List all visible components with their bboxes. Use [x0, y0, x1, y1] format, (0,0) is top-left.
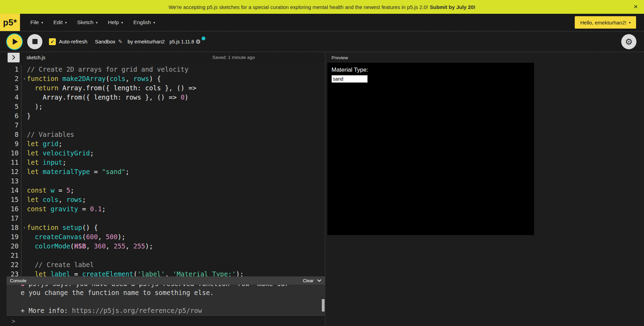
line-gutter: 12: [7, 167, 21, 176]
tab-sketch-js[interactable]: sketch.js: [27, 55, 45, 60]
editor-tab-row: sketch.js Saved: 1 minute ago: [7, 52, 325, 63]
code-line[interactable]: 5 );: [7, 102, 325, 111]
check-icon: ✓: [50, 39, 54, 44]
banner-cta-link[interactable]: Submit by July 20!: [430, 4, 476, 10]
caret-down-icon: ▾: [153, 21, 155, 24]
code-line[interactable]: 1// Create 2D arrays for grid and veloci…: [7, 65, 325, 74]
material-type-input[interactable]: [331, 75, 368, 83]
auto-refresh-checkbox[interactable]: ✓: [49, 38, 56, 45]
line-gutter: 17: [7, 214, 21, 223]
console-lines: ✿ p5.js says: you have used a p5.js rese…: [21, 285, 325, 315]
code-line[interactable]: 16const gravity = 0.1;: [7, 204, 325, 214]
console-collapse-button[interactable]: [317, 279, 321, 282]
fold-caret-icon[interactable]: ▾: [23, 74, 25, 83]
prompt-chevron-icon: >: [12, 318, 15, 325]
console-line: ✿ p5.js says: you have used a p5.js rese…: [21, 285, 325, 288]
project-name: Sandbox: [95, 39, 115, 44]
caret-down-icon: ▾: [96, 21, 98, 24]
console-prompt-row[interactable]: >: [7, 315, 325, 326]
line-gutter: 1: [7, 65, 21, 74]
code-line[interactable]: 15let cols, rows;: [7, 195, 325, 204]
console-clear-button[interactable]: Clear: [303, 278, 314, 283]
code-editor[interactable]: 1// Create 2D arrays for grid and veloci…: [7, 63, 325, 276]
saved-status: Saved: 1 minute ago: [212, 55, 255, 60]
line-gutter: 10: [7, 149, 21, 158]
line-gutter: 23: [7, 269, 21, 276]
p5-logo[interactable]: p5*: [0, 14, 20, 31]
close-icon[interactable]: ×: [634, 3, 638, 10]
code-line[interactable]: 6}: [7, 111, 325, 121]
code-line[interactable]: 17: [7, 214, 325, 223]
line-gutter: 22: [7, 260, 21, 269]
notification-dot: [202, 37, 205, 40]
line-gutter: 15: [7, 195, 21, 204]
code-line[interactable]: 3 return Array.from({ length: cols }, ()…: [7, 83, 325, 93]
code-line[interactable]: 9let grid;: [7, 139, 325, 149]
line-gutter: 6: [7, 111, 21, 121]
chevron-right-icon: [12, 55, 16, 60]
code-line[interactable]: 22 // Create label: [7, 260, 325, 269]
line-gutter: 2▾: [7, 74, 21, 83]
caret-down-icon: ▾: [121, 21, 123, 24]
line-gutter: 7: [7, 121, 21, 130]
caret-down-icon: ▾: [629, 21, 631, 24]
code-line[interactable]: 11let input;: [7, 158, 325, 167]
code-line[interactable]: 2▾function make2DArray(cols, rows) {: [7, 74, 325, 83]
code-line[interactable]: 7: [7, 121, 325, 130]
menu-language[interactable]: English ▾: [133, 19, 155, 26]
code-line[interactable]: 20 colorMode(HSB, 360, 255, 255);: [7, 242, 325, 251]
line-gutter: 13: [7, 176, 21, 186]
console-header: Console Clear: [7, 276, 325, 285]
code-line[interactable]: 23 let label = createElement('label', 'M…: [7, 269, 325, 276]
stop-button[interactable]: [27, 34, 42, 49]
code-line[interactable]: 13: [7, 176, 325, 186]
version-settings-gear-icon[interactable]: ⚙: [195, 38, 201, 45]
code-line[interactable]: 18▾function setup() {: [7, 223, 325, 232]
code-line[interactable]: 12let materialType = "sand";: [7, 167, 325, 176]
fold-caret-icon[interactable]: ▾: [23, 223, 25, 232]
line-gutter: 8: [7, 130, 21, 139]
menu-sketch[interactable]: Sketch ▾: [77, 19, 98, 26]
code-line[interactable]: 8// Variables: [7, 130, 325, 139]
play-icon: [13, 39, 18, 45]
line-gutter: 19: [7, 232, 21, 242]
code-line[interactable]: 21: [7, 251, 325, 260]
console-line: [21, 297, 325, 306]
play-button[interactable]: [7, 34, 22, 49]
line-gutter: 21: [7, 251, 21, 260]
line-gutter: 16: [7, 204, 21, 214]
edit-name-pencil-icon[interactable]: ✎: [118, 39, 123, 45]
auto-refresh-label: Auto-refresh: [59, 39, 88, 44]
line-gutter: 11: [7, 158, 21, 167]
editor-pane: sketch.js Saved: 1 minute ago 1// Create…: [7, 52, 325, 326]
console-panel: Console Clear ✿ p5.js says: you have use…: [7, 276, 325, 315]
code-line[interactable]: 4 Array.from({ length: rows }, () => 0): [7, 93, 325, 102]
announcement-banner: We're accepting p5.js sketches for a spe…: [0, 0, 644, 14]
line-gutter: 3: [7, 83, 21, 93]
preview-title: Preview: [331, 55, 348, 60]
sidebar-expand-button[interactable]: [8, 53, 20, 62]
user-account-button[interactable]: Hello, emekturhan2! ▾: [575, 16, 636, 29]
line-gutter: 14: [7, 186, 21, 195]
menu-file[interactable]: File ▾: [30, 19, 43, 26]
material-type-label: Material Type:: [331, 67, 368, 73]
menu-edit[interactable]: Edit ▾: [53, 19, 67, 26]
flower-icon: ✿: [21, 285, 29, 287]
sketch-canvas: Material Type:: [327, 63, 534, 235]
console-scrollbar[interactable]: [322, 299, 325, 312]
caret-down-icon: ▾: [65, 21, 67, 24]
reference-link[interactable]: https://p5js.org/reference/p5/row: [72, 307, 202, 314]
code-line[interactable]: 10let velocityGrid;: [7, 149, 325, 158]
code-line[interactable]: 14const w = 5;: [7, 186, 325, 195]
chevron-down-icon: [317, 279, 321, 282]
console-title: Console: [10, 278, 27, 283]
stop-icon: [32, 39, 38, 44]
code-line[interactable]: 19 createCanvas(600, 500);: [7, 232, 325, 242]
menu-help[interactable]: Help ▾: [108, 19, 123, 26]
preview-pane: Preview Material Type:: [326, 52, 644, 326]
preferences-button[interactable]: ⚙: [621, 34, 636, 49]
p5-version-label: p5.js 1.11.8: [170, 39, 194, 44]
p5-web-editor: We're accepting p5.js sketches for a spe…: [0, 0, 644, 326]
console-line: e you change the function name to someth…: [21, 288, 325, 297]
code-lines: 1// Create 2D arrays for grid and veloci…: [7, 65, 325, 276]
